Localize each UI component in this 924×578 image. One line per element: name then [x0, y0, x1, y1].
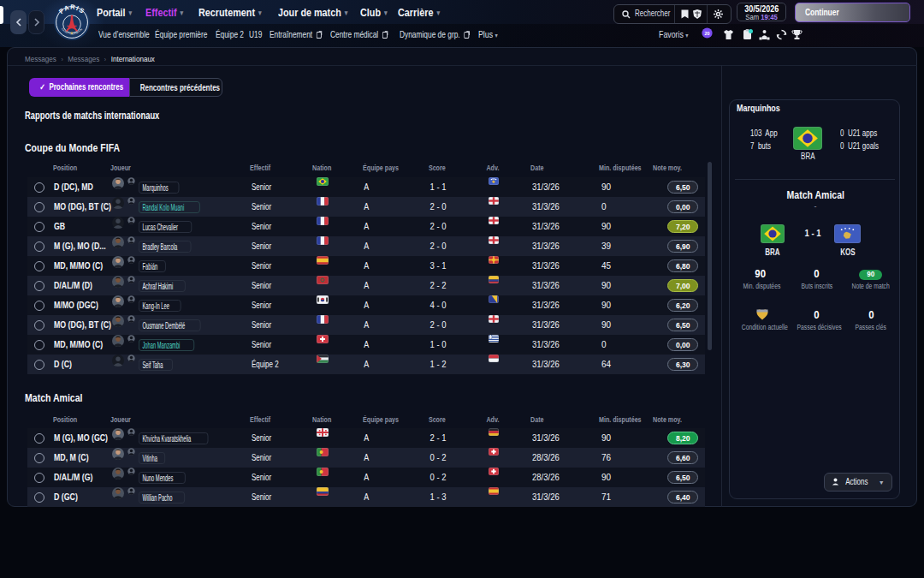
svg-text:20: 20 [705, 31, 710, 36]
